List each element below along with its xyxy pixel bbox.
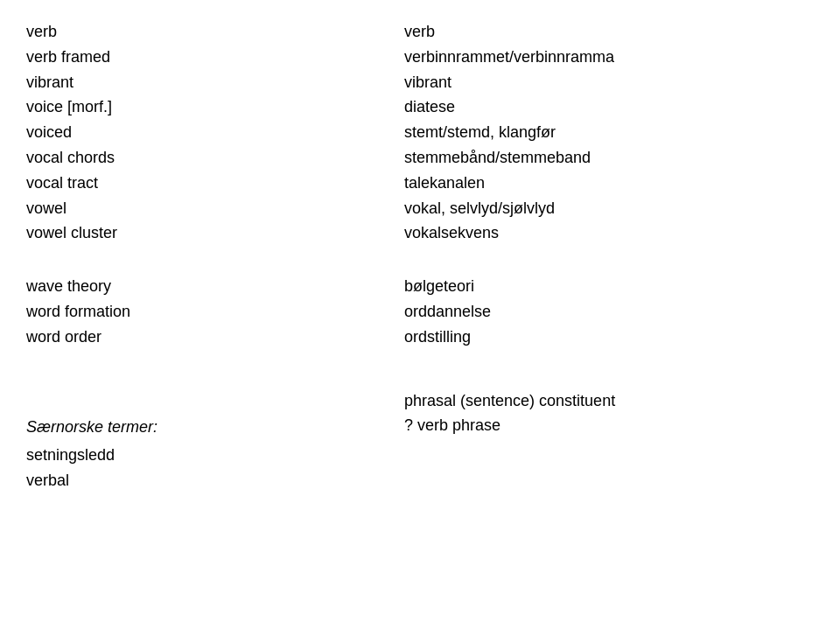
list-item: verb: [404, 19, 814, 45]
list-item: vocal tract: [26, 171, 404, 196]
list-item: wave theory: [26, 274, 404, 299]
gap-row: [26, 352, 814, 387]
list-item: vibrant: [404, 70, 814, 95]
list-item: vibrant: [26, 70, 404, 95]
list-item: setningsledd: [26, 443, 404, 468]
list-item: vocal chords: [26, 145, 404, 171]
list-item: voice [morf.]: [26, 94, 404, 120]
list-item: vokal, selvlyd/sjølvlyd: [404, 196, 814, 221]
main-table: verbverb framedvibrantvoice [morf.]voice…: [26, 17, 814, 495]
list-item: vowel: [26, 196, 404, 221]
list-item: orddannelse: [404, 299, 814, 325]
table-row: Særnorske termer:setningsleddverbal phra…: [26, 387, 814, 495]
gap-row: [26, 248, 814, 272]
list-item: ? verb phrase: [404, 413, 814, 438]
list-item: word formation: [26, 299, 404, 325]
table-row: wave theoryword formationword order bølg…: [26, 272, 814, 351]
list-item: verbal: [26, 468, 404, 493]
list-item: bølgeteori: [404, 274, 814, 299]
list-item: stemmebånd/stemmeband: [404, 145, 814, 171]
list-item: phrasal (sentence) constituent: [404, 388, 814, 414]
list-item: ordstilling: [404, 325, 814, 350]
list-item: vowel cluster: [26, 220, 404, 246]
list-item: verb framed: [26, 45, 404, 70]
section-header: Særnorske termer:: [26, 415, 404, 440]
list-item: talekanalen: [404, 171, 814, 196]
table-row: verbverb framedvibrantvoice [morf.]voice…: [26, 17, 814, 248]
list-item: diatese: [404, 94, 814, 120]
list-item: stemt/stemd, klangfør: [404, 120, 814, 145]
list-item: voiced: [26, 120, 404, 145]
list-item: word order: [26, 325, 404, 350]
list-item: verbinnrammet/verbinnramma: [404, 45, 814, 70]
list-item: verb: [26, 19, 404, 45]
list-item: vokalsekvens: [404, 220, 814, 246]
